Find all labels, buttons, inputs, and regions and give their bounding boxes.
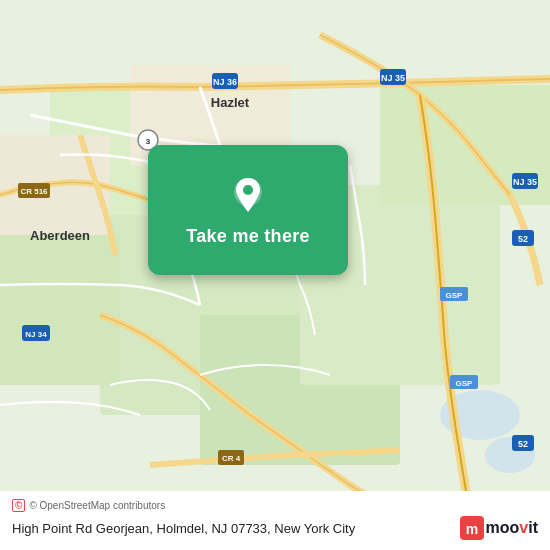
osm-logo: © bbox=[12, 499, 25, 512]
button-label: Take me there bbox=[186, 226, 310, 247]
address-text: High Point Rd Georjean, Holmdel, NJ 0773… bbox=[12, 521, 355, 536]
moovit-icon: m bbox=[460, 516, 484, 540]
svg-text:Aberdeen: Aberdeen bbox=[30, 228, 90, 243]
svg-text:NJ 34: NJ 34 bbox=[25, 330, 47, 339]
svg-text:52: 52 bbox=[518, 234, 528, 244]
svg-point-38 bbox=[243, 185, 253, 195]
svg-text:m: m bbox=[465, 521, 477, 537]
attribution-text: © OpenStreetMap contributors bbox=[29, 500, 165, 511]
take-me-there-button[interactable]: Take me there bbox=[148, 145, 348, 275]
svg-text:Hazlet: Hazlet bbox=[211, 95, 250, 110]
map-container: NJ 36 3 NJ 35 NJ 35 52 52 GSP GSP NJ 34 … bbox=[0, 0, 550, 550]
svg-text:NJ 36: NJ 36 bbox=[213, 77, 237, 87]
svg-text:CR 516: CR 516 bbox=[20, 187, 48, 196]
moovit-logo: m moovit bbox=[460, 516, 538, 540]
svg-text:3: 3 bbox=[146, 137, 151, 146]
location-pin-icon bbox=[226, 174, 270, 218]
address-row: High Point Rd Georjean, Holmdel, NJ 0773… bbox=[12, 516, 538, 540]
attribution-row: © © OpenStreetMap contributors bbox=[12, 499, 538, 512]
svg-text:CR 4: CR 4 bbox=[222, 454, 241, 463]
moovit-text: moovit bbox=[486, 519, 538, 537]
svg-text:GSP: GSP bbox=[446, 291, 464, 300]
svg-rect-7 bbox=[0, 235, 120, 385]
svg-text:52: 52 bbox=[518, 439, 528, 449]
svg-text:NJ 35: NJ 35 bbox=[381, 73, 405, 83]
map-svg: NJ 36 3 NJ 35 NJ 35 52 52 GSP GSP NJ 34 … bbox=[0, 0, 550, 550]
svg-text:GSP: GSP bbox=[456, 379, 474, 388]
bottom-bar: © © OpenStreetMap contributors High Poin… bbox=[0, 491, 550, 550]
svg-text:NJ 35: NJ 35 bbox=[513, 177, 537, 187]
